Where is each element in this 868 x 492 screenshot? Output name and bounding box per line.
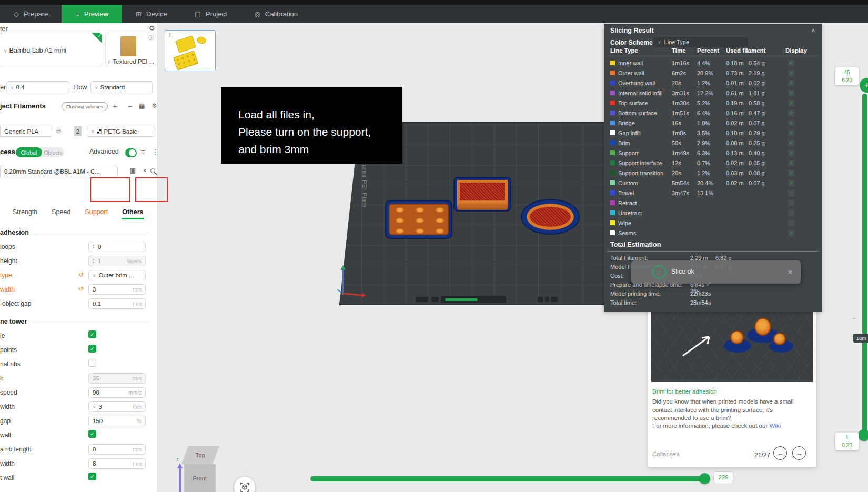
save-icon[interactable]: ▣ [130, 167, 136, 174]
gear-icon[interactable]: ⚙ [149, 24, 155, 32]
setting-checkbox[interactable]: ✓ [88, 473, 96, 480]
tab-speed[interactable]: Speed [52, 208, 70, 219]
top-layer-number: 45 [835, 68, 859, 76]
collapse-button[interactable]: Collapse∧ [652, 450, 680, 458]
display-checkbox[interactable]: ✓ [788, 100, 794, 106]
display-checkbox[interactable]: ✓ [788, 60, 794, 66]
display-checkbox[interactable]: ✓ [788, 180, 794, 186]
horizontal-move-slider[interactable] [310, 476, 705, 481]
setting-spinner[interactable]: ▴▾1layers [88, 256, 146, 266]
setting-checkbox[interactable]: ✓ [88, 430, 96, 438]
display-checkbox[interactable]: ✓ [788, 80, 794, 86]
layer-slider-track[interactable] [862, 94, 867, 441]
nozzle-select[interactable]: ∨0.4 [6, 81, 69, 93]
filament-1-select[interactable]: Generic PLA [0, 126, 52, 137]
more-icon[interactable]: ⋮ [152, 148, 159, 156]
tab-preview[interactable]: ≡ Preview [62, 5, 122, 23]
color-scheme-select[interactable]: ∨ Line Type [653, 37, 748, 47]
horizontal-slider-handle[interactable] [699, 473, 710, 484]
sync-filament-icon[interactable]: ▦ [139, 102, 145, 109]
model-dish[interactable] [521, 199, 580, 235]
setting-row: height▴▾1layers [0, 256, 154, 266]
setting-dropdown[interactable]: ∨Outer brim ... [88, 270, 146, 280]
setting-input[interactable]: 90mm/s [88, 387, 146, 398]
model-box[interactable] [453, 177, 511, 212]
flushing-volumes-button[interactable]: Flushing volumes [62, 102, 108, 111]
panel-collapse-icon[interactable]: ∧ [811, 27, 815, 34]
menu-icon[interactable]: ≡ [141, 148, 145, 156]
nav-cube-top-face[interactable]: Top [181, 446, 219, 464]
setting-checkbox[interactable]: ✓ [88, 330, 96, 338]
setting-spinner[interactable]: ▴▾0 [88, 242, 146, 252]
display-checkbox[interactable] [788, 220, 794, 226]
plate-thumbnail[interactable]: 1 [165, 30, 216, 71]
line-type-row: Brim50s2.9%0.08 m0.25 g✓ [610, 138, 819, 148]
display-checkbox[interactable]: ✓ [788, 150, 794, 156]
add-filament-icon[interactable]: + [113, 102, 117, 111]
check-icon: ✓ [97, 33, 102, 38]
scope-global[interactable]: Global [16, 147, 42, 157]
setting-input[interactable]: 8mm [88, 458, 146, 469]
wiki-link[interactable]: Wiki [769, 423, 781, 429]
tab-project[interactable]: ▤ Project [181, 5, 241, 23]
next-tip-button[interactable]: → [792, 446, 806, 460]
tab-others[interactable]: Others [122, 208, 143, 219]
line-type-swatch [610, 210, 615, 215]
tab-support[interactable]: Support [85, 208, 108, 219]
display-checkbox[interactable]: ✓ [788, 70, 794, 76]
display-checkbox[interactable] [788, 210, 794, 216]
search-icon[interactable] [150, 168, 155, 173]
layer-plus-button[interactable]: + [860, 78, 868, 93]
display-checkbox[interactable] [788, 200, 794, 206]
printer-card[interactable]: ✓ ∨Bambu Lab A1 mini [0, 33, 102, 67]
advanced-toggle[interactable] [125, 148, 137, 157]
setting-label: loops [0, 243, 15, 250]
close-icon[interactable]: × [143, 166, 147, 175]
info-icon[interactable]: ⓘ [148, 34, 154, 42]
line-type-row: Travel3m47s13.1% [610, 188, 819, 198]
setting-dropdown-input[interactable]: ∨3mm [88, 401, 146, 412]
plate-type-card[interactable]: ⓘ ∨Textured PEI ... [105, 33, 156, 67]
filament-2-select[interactable]: ∨ PETG Basic [87, 126, 155, 137]
display-checkbox[interactable]: ✓ [788, 130, 794, 136]
tab-strength[interactable]: Strength [13, 208, 37, 219]
flow-select[interactable]: ∨Standard [90, 81, 153, 93]
toast-close-icon[interactable]: × [788, 268, 792, 276]
process-scope-toggle[interactable]: Global Objects [16, 147, 64, 157]
display-checkbox[interactable]: ✓ [788, 230, 794, 236]
remove-circle-icon[interactable]: ⊖ [56, 127, 62, 135]
display-checkbox[interactable]: ✓ [788, 110, 794, 116]
remove-filament-icon[interactable]: − [128, 102, 133, 111]
setting-checkbox[interactable] [88, 359, 96, 367]
process-preset-select[interactable]: 0.20mm Standard @BBL A1M - C... [0, 166, 118, 177]
tab-device[interactable]: ⊞ Device [122, 5, 181, 23]
setting-checkbox[interactable]: ✓ [88, 345, 96, 353]
setting-input[interactable]: 150% [88, 416, 146, 426]
setting-input[interactable]: 0mm [88, 444, 146, 455]
tab-calibration[interactable]: ◎ Calibration [241, 5, 312, 23]
display-checkbox[interactable]: ✓ [788, 90, 794, 96]
display-checkbox[interactable]: ✓ [788, 160, 794, 166]
setting-input[interactable]: 3mm [88, 284, 146, 295]
filament-settings-gear-icon[interactable]: ⚙ [152, 102, 157, 109]
display-checkbox[interactable]: ✓ [788, 140, 794, 146]
reset-icon[interactable]: ↺ [78, 271, 84, 278]
tab-prepare[interactable]: ◇ Prepare [0, 5, 62, 23]
layer-slider-handle[interactable] [858, 429, 868, 441]
model-tray[interactable] [385, 200, 452, 239]
process-label: cess [0, 148, 15, 156]
calibration-icon: ◎ [255, 10, 260, 18]
line-type-swatch [610, 111, 615, 115]
setting-input[interactable]: 0.1mm [88, 298, 146, 309]
display-checkbox[interactable] [788, 190, 794, 196]
display-checkbox[interactable]: ✓ [788, 120, 794, 126]
line-type-row: Overhang wall20s1.2%0.01 m0.02 g✓ [610, 78, 819, 88]
nav-cube-front-face[interactable]: Front [184, 464, 216, 492]
prev-tip-button[interactable]: ← [773, 446, 787, 460]
scope-objects[interactable]: Objects [42, 149, 64, 156]
display-checkbox[interactable]: ✓ [788, 170, 794, 176]
setting-input[interactable]: 35mm [88, 373, 146, 384]
reset-view-button[interactable] [234, 477, 255, 492]
setting-row: points✓ [0, 345, 154, 355]
reset-icon[interactable]: ↺ [78, 285, 84, 293]
